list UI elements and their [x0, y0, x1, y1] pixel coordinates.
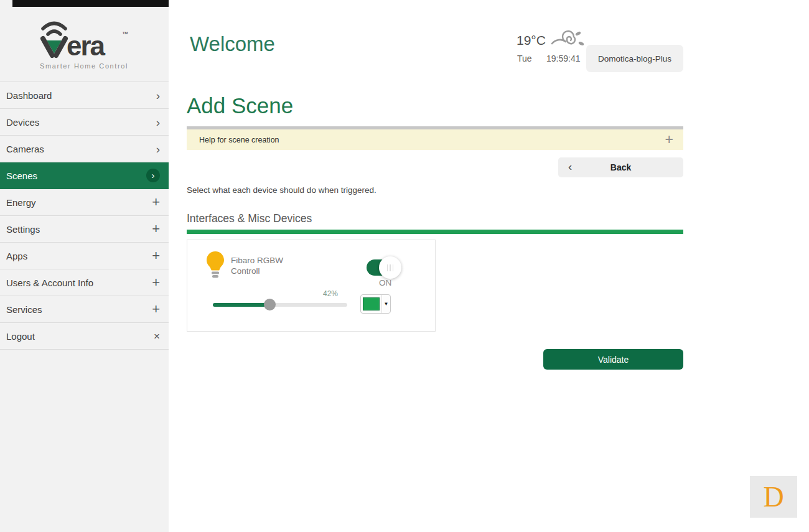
sidebar-item-label: Settings — [6, 224, 40, 235]
vera-logo: era ™ Smarter Home Control — [35, 19, 133, 70]
sidebar-item-dashboard[interactable]: Dashboard › — [0, 82, 169, 109]
dim-percent-label: 42% — [315, 289, 346, 298]
sidebar-item-label: Dashboard — [6, 90, 52, 101]
svg-text:™: ™ — [122, 30, 128, 37]
plus-icon: + — [152, 276, 160, 289]
sidebar-item-cameras[interactable]: Cameras › — [0, 136, 169, 162]
device-card-fibaro-rgbw: Fibaro RGBW Controll ON 42% ▼ — [187, 240, 436, 332]
brand-tagline: Smarter Home Control — [35, 62, 133, 70]
plus-icon: + — [152, 249, 160, 263]
chevron-right-icon: › — [156, 90, 160, 101]
toggle-state-label: ON — [372, 278, 399, 287]
sidebar-item-label: Users & Account Info — [6, 278, 93, 288]
help-banner-text: Help for scene creation — [199, 136, 279, 144]
sidebar-item-label: Cameras — [6, 144, 44, 154]
toggle-knob[interactable] — [379, 256, 401, 279]
device-name-line1: Fibaro RGBW — [231, 255, 283, 266]
dim-slider-fill — [213, 303, 269, 307]
domotica-watermark: D — [750, 476, 797, 518]
plus-icon: + — [152, 302, 160, 316]
svg-text:era: era — [67, 30, 106, 58]
lightbulb-icon — [206, 251, 225, 279]
sidebar-item-users-account-info[interactable]: Users & Account Info + — [0, 269, 169, 296]
sidebar-item-label: Energy — [6, 197, 36, 208]
back-button-label: Back — [610, 162, 631, 172]
app-window: era ™ Smarter Home Control Dashboard › D… — [0, 0, 809, 532]
add-scene-title: Add Scene — [187, 93, 293, 118]
section-divider-bar — [187, 230, 683, 234]
sidebar: era ™ Smarter Home Control Dashboard › D… — [0, 0, 169, 532]
device-name: Fibaro RGBW Controll — [231, 255, 283, 276]
top-black-bar — [12, 0, 169, 7]
color-swatch — [363, 297, 380, 310]
device-name-line2: Controll — [231, 266, 283, 276]
time-value: 19:59:41 — [546, 54, 581, 63]
plus-icon: + — [152, 195, 160, 209]
sidebar-item-label: Apps — [6, 251, 27, 261]
chevron-left-icon: ‹ — [568, 160, 572, 174]
chevron-right-circle-icon: › — [146, 169, 160, 182]
validate-button[interactable]: Validate — [543, 349, 683, 370]
sidebar-item-energy[interactable]: Energy + — [0, 189, 169, 216]
close-icon: × — [154, 331, 160, 342]
sidebar-item-label: Scenes — [6, 170, 37, 181]
sidebar-item-devices[interactable]: Devices › — [0, 109, 169, 136]
vera-logo-icon: era ™ — [35, 19, 133, 58]
dim-slider-knob[interactable] — [264, 299, 276, 310]
section-title: Interfaces & Misc Devices — [187, 212, 312, 225]
temperature-value: 19°C — [517, 33, 546, 48]
chevron-right-icon: › — [156, 116, 160, 128]
expand-plus-icon[interactable]: + — [665, 133, 673, 147]
day-label: Tue — [517, 54, 532, 63]
help-banner: Help for scene creation + — [187, 129, 683, 150]
plus-icon: + — [152, 222, 160, 236]
sidebar-item-label: Devices — [6, 117, 39, 128]
sidebar-item-label: Services — [6, 304, 42, 315]
sidebar-item-settings[interactable]: Settings + — [0, 216, 169, 243]
color-picker-dropdown[interactable]: ▼ — [360, 294, 391, 314]
chevron-right-icon: › — [156, 143, 160, 155]
controller-select-button[interactable]: Domotica-blog-Plus — [586, 45, 683, 72]
instruction-text: Select what each device should do when t… — [187, 185, 376, 195]
dim-slider[interactable] — [213, 303, 347, 307]
sidebar-menu: Dashboard › Devices › Cameras › Scenes ›… — [0, 82, 169, 350]
sidebar-item-scenes[interactable]: Scenes › — [0, 162, 169, 189]
dropdown-arrow-icon: ▼ — [381, 295, 390, 313]
sidebar-item-logout[interactable]: Logout × — [0, 323, 169, 350]
sidebar-item-apps[interactable]: Apps + — [0, 243, 169, 269]
sidebar-item-services[interactable]: Services + — [0, 296, 169, 323]
back-button[interactable]: ‹ Back — [558, 157, 683, 177]
sidebar-item-label: Logout — [6, 331, 35, 342]
windy-weather-icon — [550, 29, 585, 52]
power-toggle[interactable] — [367, 259, 399, 276]
page-title: Welcome — [190, 32, 275, 56]
